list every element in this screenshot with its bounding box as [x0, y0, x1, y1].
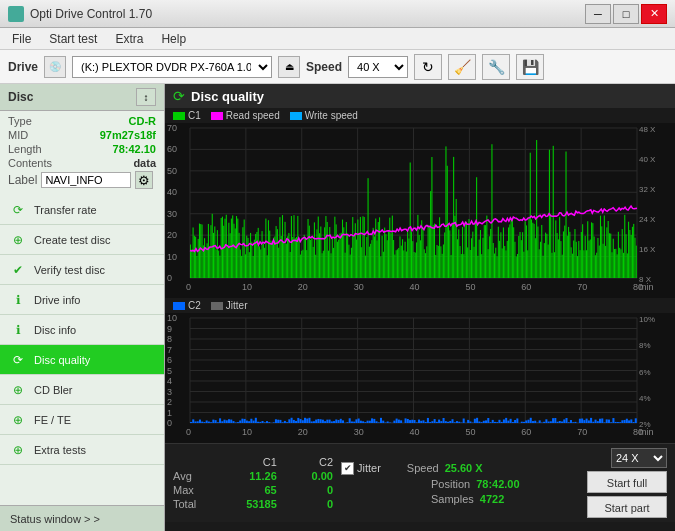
disc-quality-header: ⟳ Disc quality: [165, 84, 675, 108]
right-stats-group: ✔ Jitter Speed 25.60 X Position 78:42.00…: [341, 462, 579, 505]
c2-color-swatch: [173, 302, 185, 310]
maximize-button[interactable]: □: [613, 4, 639, 24]
avg-c1-value: 11.26: [225, 470, 277, 482]
stats-empty-header: [173, 456, 221, 468]
c1-legend-label: C1: [188, 110, 201, 121]
top-chart-container: [165, 123, 675, 298]
extra-tests-icon: ⊕: [10, 443, 26, 457]
nav-drive-info[interactable]: ℹ Drive info: [0, 285, 164, 315]
bottom-chart-container: [165, 313, 675, 443]
c1-color-swatch: [173, 112, 185, 120]
menu-bar: File Start test Extra Help: [0, 28, 675, 50]
nav-extra-tests-label: Extra tests: [34, 444, 86, 456]
read-speed-legend-label: Read speed: [226, 110, 280, 121]
legend-c1: C1: [173, 110, 201, 121]
legend-read-speed: Read speed: [211, 110, 280, 121]
disc-header-refresh-button[interactable]: ↕: [136, 88, 156, 106]
total-c1-value: 53185: [225, 498, 277, 510]
speed-buttons-group: 24 X Start full Start part: [587, 448, 667, 518]
max-c2-value: 0: [281, 484, 333, 496]
c2-legend-label: C2: [188, 300, 201, 311]
samples-row: Samples 4722: [341, 493, 579, 505]
menu-file[interactable]: File: [4, 30, 39, 48]
nav-disc-info[interactable]: ℹ Disc info: [0, 315, 164, 345]
type-value: CD-R: [129, 115, 157, 127]
nav-fe-te-label: FE / TE: [34, 414, 71, 426]
disc-label-label: Label: [8, 173, 37, 187]
legend-c2: C2: [173, 300, 201, 311]
nav-fe-te[interactable]: ⊕ FE / TE: [0, 405, 164, 435]
jitter-legend-label: Jitter: [226, 300, 248, 311]
length-value: 78:42.10: [113, 143, 156, 155]
max-c1-value: 65: [225, 484, 277, 496]
drive-icon: 💿: [44, 56, 66, 78]
content-area: ⟳ Disc quality C1 Read speed Write speed: [165, 84, 675, 531]
length-label: Length: [8, 143, 42, 155]
c1-header: C1: [225, 456, 277, 468]
nav-extra-tests[interactable]: ⊕ Extra tests: [0, 435, 164, 465]
speed-dropdown[interactable]: 24 X: [611, 448, 667, 468]
samples-stat-label: Samples: [431, 493, 474, 505]
drive-select[interactable]: (K:) PLEXTOR DVDR PX-760A 1.07: [72, 56, 272, 78]
menu-help[interactable]: Help: [153, 30, 194, 48]
disc-quality-header-icon: ⟳: [173, 88, 185, 104]
top-chart-canvas: [165, 123, 675, 298]
disc-quality-title: Disc quality: [191, 89, 264, 104]
nav-drive-info-label: Drive info: [34, 294, 80, 306]
position-row: Position 78:42.00: [341, 478, 579, 490]
disc-info-section: Type CD-R MID 97m27s18f Length 78:42.10 …: [0, 111, 164, 195]
samples-stat-value: 4722: [480, 493, 504, 505]
bottom-chart-legend: C2 Jitter: [165, 298, 675, 313]
speed-label: Speed: [306, 60, 342, 74]
status-window-label: Status window > >: [10, 513, 100, 525]
status-window-button[interactable]: Status window > >: [0, 505, 164, 531]
max-label: Max: [173, 484, 221, 496]
nav-cd-bler[interactable]: ⊕ CD Bler: [0, 375, 164, 405]
read-speed-color-swatch: [211, 112, 223, 120]
refresh-button[interactable]: ↻: [414, 54, 442, 80]
avg-label: Avg: [173, 470, 221, 482]
top-chart-legend: C1 Read speed Write speed: [165, 108, 675, 123]
close-button[interactable]: ✕: [641, 4, 667, 24]
jitter-row: ✔ Jitter Speed 25.60 X: [341, 462, 579, 475]
start-full-button[interactable]: Start full: [587, 471, 667, 493]
minimize-button[interactable]: ─: [585, 4, 611, 24]
position-stat-value: 78:42.00: [476, 478, 519, 490]
menu-extra[interactable]: Extra: [107, 30, 151, 48]
start-part-button[interactable]: Start part: [587, 496, 667, 518]
eject-icon[interactable]: ⏏: [278, 56, 300, 78]
contents-value: data: [133, 157, 156, 169]
nav-section: ⟳ Transfer rate ⊕ Create test disc ✔ Ver…: [0, 195, 164, 505]
jitter-checkbox[interactable]: ✔: [341, 462, 354, 475]
stats-section: C1 C2 Avg 11.26 0.00 Max 65 0 Total 5318…: [165, 443, 675, 522]
drive-bar: Drive 💿 (K:) PLEXTOR DVDR PX-760A 1.07 ⏏…: [0, 50, 675, 84]
left-panel: Disc ↕ Type CD-R MID 97m27s18f Length 78…: [0, 84, 165, 531]
create-test-disc-icon: ⊕: [10, 233, 26, 247]
total-c2-value: 0: [281, 498, 333, 510]
verify-test-disc-icon: ✔: [10, 263, 26, 277]
disc-info-icon: ℹ: [10, 323, 26, 337]
speed-select[interactable]: 40 X: [348, 56, 408, 78]
save-button[interactable]: 💾: [516, 54, 544, 80]
write-speed-color-swatch: [290, 112, 302, 120]
cd-bler-icon: ⊕: [10, 383, 26, 397]
disc-section-header: Disc ↕: [0, 84, 164, 111]
c2-header: C2: [281, 456, 333, 468]
nav-create-test-disc[interactable]: ⊕ Create test disc: [0, 225, 164, 255]
nav-transfer-rate[interactable]: ⟳ Transfer rate: [0, 195, 164, 225]
erase-button[interactable]: 🧹: [448, 54, 476, 80]
app-icon: [8, 6, 24, 22]
title-bar: Opti Drive Control 1.70 ─ □ ✕: [0, 0, 675, 28]
nav-disc-quality[interactable]: ⟳ Disc quality: [0, 345, 164, 375]
jitter-checkbox-group: ✔ Jitter: [341, 462, 381, 475]
mid-value: 97m27s18f: [100, 129, 156, 141]
legend-jitter: Jitter: [211, 300, 248, 311]
tools-button[interactable]: 🔧: [482, 54, 510, 80]
disc-label-icon-button[interactable]: ⚙: [135, 171, 153, 189]
nav-verify-test-disc[interactable]: ✔ Verify test disc: [0, 255, 164, 285]
legend-write-speed: Write speed: [290, 110, 358, 121]
mid-label: MID: [8, 129, 28, 141]
app-title: Opti Drive Control 1.70: [30, 7, 152, 21]
menu-start-test[interactable]: Start test: [41, 30, 105, 48]
disc-label-input[interactable]: [41, 172, 131, 188]
